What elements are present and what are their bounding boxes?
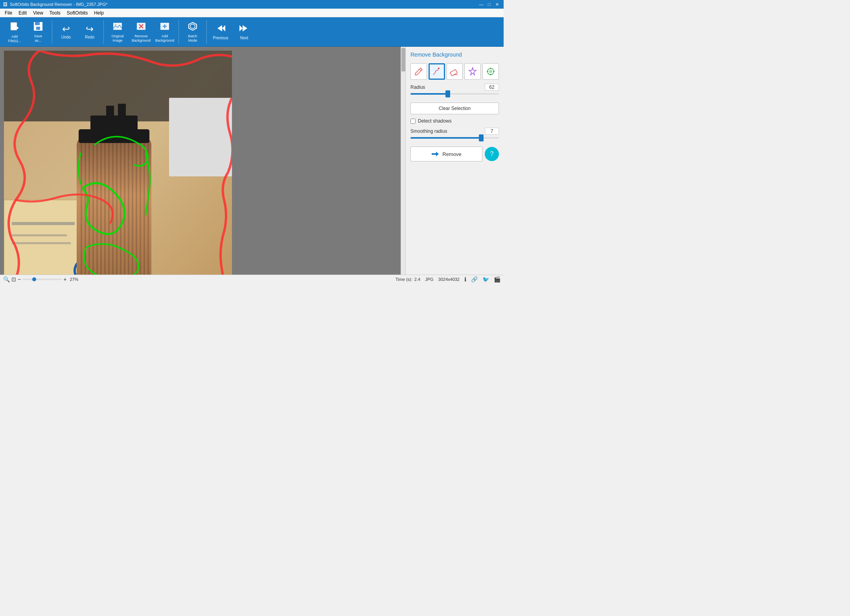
- minimize-button[interactable]: —: [478, 1, 485, 7]
- share-icon[interactable]: 🔗: [471, 276, 478, 282]
- redo-button[interactable]: ↪ Redo: [78, 18, 101, 45]
- remove-background-button[interactable]: RemoveBackground: [130, 18, 153, 45]
- smoothing-slider[interactable]: [410, 137, 499, 139]
- radius-section: Radius 62: [410, 84, 499, 99]
- svg-rect-38: [116, 141, 118, 275]
- svg-rect-34: [100, 141, 102, 275]
- format-label: JPG: [425, 277, 433, 282]
- toolbar: AddFile(s)... Saveas... ↩ Undo ↪ Redo: [0, 17, 504, 47]
- close-button[interactable]: ✕: [493, 1, 500, 7]
- remove-row: Remove ?: [410, 147, 499, 161]
- color-picker-button[interactable]: [482, 63, 499, 80]
- save-as-button[interactable]: Saveas...: [27, 18, 50, 45]
- svg-rect-6: [36, 27, 40, 30]
- radius-slider[interactable]: [410, 93, 499, 95]
- zoom-out-button[interactable]: −: [18, 276, 21, 282]
- magic-fill-icon: [468, 67, 477, 76]
- svg-rect-41: [128, 141, 129, 275]
- window-title: SoftOrbits Background Remover - IMG_2357…: [10, 2, 107, 7]
- menu-edit[interactable]: Edit: [15, 9, 30, 16]
- svg-rect-50: [118, 104, 126, 117]
- detect-shadows-label[interactable]: Detect shadows: [418, 118, 451, 124]
- add-bg-label: AddBackground: [155, 34, 174, 43]
- radius-slider-thumb[interactable]: [445, 90, 450, 97]
- batch-label: BatchMode: [188, 34, 197, 43]
- svg-rect-62: [432, 153, 436, 155]
- brush-icon: [432, 67, 442, 76]
- canvas-scroll[interactable]: [0, 47, 401, 275]
- zoom-in-button[interactable]: +: [63, 276, 66, 282]
- previous-icon: [215, 24, 226, 35]
- fit-icon[interactable]: ⊡: [11, 276, 16, 282]
- svg-rect-29: [81, 141, 82, 275]
- add-files-button[interactable]: AddFile(s)...: [3, 18, 26, 45]
- redo-icon: ↪: [86, 24, 94, 34]
- canvas-area[interactable]: [0, 47, 405, 275]
- svg-marker-17: [243, 25, 247, 31]
- svg-marker-63: [436, 152, 439, 156]
- tool-icons-row: [410, 63, 499, 80]
- video-icon[interactable]: 🎬: [494, 276, 500, 282]
- batch-mode-button[interactable]: BatchMode: [181, 18, 204, 45]
- svg-rect-39: [120, 141, 121, 275]
- brush-tool-button[interactable]: [429, 63, 445, 80]
- vertical-scrollbar[interactable]: [401, 47, 405, 275]
- eraser-icon: [450, 67, 459, 76]
- svg-rect-35: [104, 141, 106, 275]
- radius-label: Radius: [410, 84, 425, 90]
- pencil-tool-button[interactable]: [410, 63, 427, 80]
- svg-rect-5: [35, 22, 40, 25]
- svg-rect-49: [106, 106, 114, 117]
- remove-button[interactable]: Remove: [410, 147, 482, 161]
- pencil-icon: [414, 67, 423, 76]
- add-files-label: AddFile(s)...: [8, 35, 21, 43]
- remove-label: Remove: [442, 151, 461, 157]
- next-button[interactable]: Next: [233, 18, 256, 45]
- svg-point-52: [438, 68, 440, 69]
- status-bar: 🔍 ⊡ − + 27% Time (s): 2.4 JPG 3024x4032 …: [0, 275, 504, 283]
- add-files-icon: [9, 21, 20, 33]
- smoothing-slider-thumb[interactable]: [479, 134, 484, 141]
- panel-title: Remove Background: [410, 51, 499, 58]
- smoothing-value: 7: [485, 128, 499, 135]
- scrollbar-thumb[interactable]: [401, 48, 405, 72]
- info-icon[interactable]: ℹ: [464, 276, 466, 282]
- help-button[interactable]: ?: [485, 147, 499, 161]
- add-background-button[interactable]: AddBackground: [153, 18, 176, 45]
- image-container: [0, 47, 401, 275]
- previous-label: Previous: [213, 36, 228, 40]
- menu-tools[interactable]: Tools: [46, 9, 64, 16]
- detect-shadows-row: Detect shadows: [410, 118, 499, 124]
- previous-button[interactable]: Previous: [209, 18, 232, 45]
- main-image[interactable]: [4, 51, 232, 275]
- title-bar: 🖼 SoftOrbits Background Remover - IMG_23…: [0, 0, 504, 9]
- svg-rect-33: [96, 141, 98, 275]
- smoothing-slider-fill: [410, 137, 481, 139]
- clear-selection-button[interactable]: Clear Selection: [410, 103, 499, 114]
- svg-rect-43: [136, 141, 137, 275]
- twitter-icon[interactable]: 🐦: [482, 276, 489, 282]
- original-image-button[interactable]: OriginalImage: [106, 18, 129, 45]
- zoom-slider[interactable]: [22, 279, 62, 280]
- main-area: Remove Background: [0, 47, 504, 275]
- maximize-button[interactable]: □: [486, 1, 493, 7]
- zoom-out-icon[interactable]: 🔍: [3, 276, 10, 282]
- eraser-tool-button[interactable]: [447, 63, 463, 80]
- radius-slider-fill: [410, 93, 448, 95]
- magic-fill-button[interactable]: [464, 63, 481, 80]
- svg-marker-55: [469, 68, 476, 75]
- svg-rect-44: [140, 141, 141, 275]
- detect-shadows-checkbox[interactable]: [410, 119, 416, 124]
- save-as-label: Saveas...: [34, 34, 42, 43]
- app-icon: 🖼: [3, 2, 7, 7]
- svg-rect-0: [11, 22, 17, 30]
- menu-bar: File Edit View Tools SoftOrbits Help: [0, 9, 504, 17]
- zoom-thumb[interactable]: [32, 277, 36, 281]
- menu-softorbits[interactable]: SoftOrbits: [64, 9, 91, 16]
- svg-marker-16: [222, 25, 225, 31]
- undo-button[interactable]: ↩ Undo: [55, 18, 77, 45]
- menu-help[interactable]: Help: [91, 9, 107, 16]
- status-left: 🔍 ⊡ − + 27%: [3, 276, 392, 282]
- menu-file[interactable]: File: [2, 9, 15, 16]
- menu-view[interactable]: View: [30, 9, 46, 16]
